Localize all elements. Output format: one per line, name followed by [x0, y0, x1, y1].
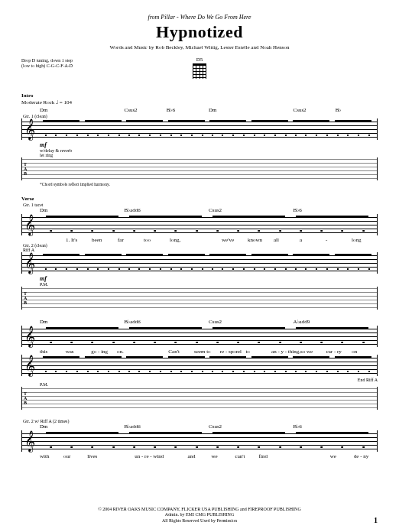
tab-label: T A B	[24, 391, 27, 405]
note-group	[207, 214, 290, 235]
system-intro: Intro Moderate Rock ♩ = 104 Dm Csus2 B♭6…	[21, 92, 378, 187]
note-group	[83, 118, 125, 140]
sheet-header: from Pillar - Where Do We Go From Here H…	[21, 14, 378, 79]
note-group	[249, 118, 291, 140]
song-title: Hypnotized	[21, 22, 378, 42]
section-intro: Intro	[21, 92, 378, 99]
staff: 𝄞	[21, 252, 378, 274]
tuning-note: Drop D tuning, down 1 step (low to high)…	[21, 58, 73, 69]
chord-row: Dm Csus2 B♭6 Dm Csus2 B♭	[21, 107, 378, 113]
note-group	[166, 252, 208, 274]
note-group	[290, 326, 374, 347]
notes-row	[41, 355, 374, 376]
credits: Words and Music by Rob Beckley, Michael …	[21, 44, 378, 50]
tempo: Moderate Rock ♩ = 104	[21, 99, 378, 105]
system-verse-2: Dm B♭add6 Csus2 A♭add9 𝄞 this was go - i…	[21, 319, 378, 410]
chord-row: Dm B♭add6 Csus2 B♭6	[21, 423, 378, 430]
staff: 𝄞	[21, 355, 378, 376]
note-group	[290, 430, 374, 452]
note-group	[249, 355, 291, 376]
note-group	[41, 326, 124, 347]
notes-row	[41, 430, 374, 452]
tab-staff: T A B	[21, 157, 378, 180]
note-group	[166, 118, 208, 140]
note-group	[83, 355, 125, 376]
chord-diagram-name: D5	[193, 57, 206, 63]
system-verse-3: Gtr. 2 w/ Riff A (2 times) Dm B♭add6 Csu…	[21, 419, 378, 459]
dynamic-mf: mf	[40, 141, 378, 148]
treble-clef-icon: 𝄞	[24, 118, 35, 140]
footer: © 2004 RIVER OAKS MUSIC COMPANY, FLICKER…	[0, 507, 399, 524]
note-group	[332, 118, 375, 140]
tab-label: T A B	[24, 162, 27, 176]
notes-row	[41, 118, 374, 140]
copyright: © 2004 RIVER OAKS MUSIC COMPANY, FLICKER…	[0, 507, 399, 513]
section-verse: Verse	[21, 196, 378, 202]
album: Where Do We Go From Here	[180, 14, 251, 21]
system-verse-1: Verse Gtr. 1 tacet Dm B♭add6 Csus2 B♭6 𝄞…	[21, 196, 378, 310]
treble-clef-icon: 𝄞	[24, 214, 35, 235]
staff: 𝄞	[21, 430, 378, 452]
note-group	[207, 430, 290, 452]
chord-row: Dm B♭add6 Csus2 A♭add9	[21, 319, 378, 325]
note-group	[290, 214, 374, 235]
artist: Pillar	[161, 14, 175, 21]
note-group	[166, 355, 208, 376]
treble-clef-icon: 𝄞	[24, 252, 35, 274]
note-group	[207, 326, 290, 347]
note-group	[207, 252, 249, 274]
lyrics-row: this was go - ing on. Can't seem to re -…	[21, 349, 378, 355]
note-group	[124, 355, 166, 376]
lyrics-row: with our lives un - re - wind and we can…	[21, 453, 378, 459]
staff: 𝄞	[21, 214, 378, 235]
note-group	[124, 326, 207, 347]
tab-staff: T A B	[21, 287, 378, 310]
lyrics-row: 1. It's been far too long, we've known a…	[21, 237, 378, 243]
admin: Admin. by EMI CMG PUBLISHING	[0, 512, 399, 518]
chord-diagram: D5	[193, 57, 206, 79]
treble-clef-icon: 𝄞	[24, 326, 35, 347]
note-group	[83, 252, 125, 274]
tuning-line1: Drop D tuning, down 1 step	[21, 58, 73, 63]
treble-clef-icon: 𝄞	[24, 355, 35, 376]
staff: 𝄞	[21, 326, 378, 347]
note-group	[41, 252, 83, 274]
note-group	[41, 430, 124, 452]
note-group	[124, 252, 166, 274]
treble-clef-icon: 𝄞	[24, 430, 35, 452]
source-line: from Pillar - Where Do We Go From Here	[21, 14, 378, 21]
note-group	[124, 430, 207, 452]
page-number: 1	[374, 516, 378, 524]
note-group	[290, 118, 332, 140]
from-prefix: from	[148, 14, 160, 21]
note-group	[207, 355, 249, 376]
note-group	[332, 252, 375, 274]
rights: All Rights Reserved Used by Permission	[0, 518, 399, 524]
note-group	[41, 355, 83, 376]
album-sep: -	[175, 14, 180, 21]
chord-row: Dm B♭add6 Csus2 B♭6	[21, 207, 378, 213]
tuning-line2: (low to high) C-G-C-F-A-D	[21, 63, 73, 69]
note-group	[124, 118, 166, 140]
dynamic-mf: mf	[40, 275, 378, 282]
note-group	[249, 252, 291, 274]
note-group	[207, 118, 249, 140]
notes-row	[41, 326, 374, 347]
tab-staff: T A B	[21, 387, 378, 410]
note-group	[41, 214, 124, 235]
note-group	[290, 252, 332, 274]
notes-row	[41, 214, 374, 235]
note-group	[332, 355, 375, 376]
staff: 𝄞	[21, 118, 378, 140]
tab-label: T A B	[24, 291, 27, 305]
notes-row	[41, 252, 374, 274]
footnote: *Chord symbols reflect implied harmony.	[40, 182, 378, 187]
chord-grid-icon	[193, 63, 206, 79]
note-group	[124, 214, 207, 235]
note-group	[41, 118, 83, 140]
note-group	[290, 355, 332, 376]
